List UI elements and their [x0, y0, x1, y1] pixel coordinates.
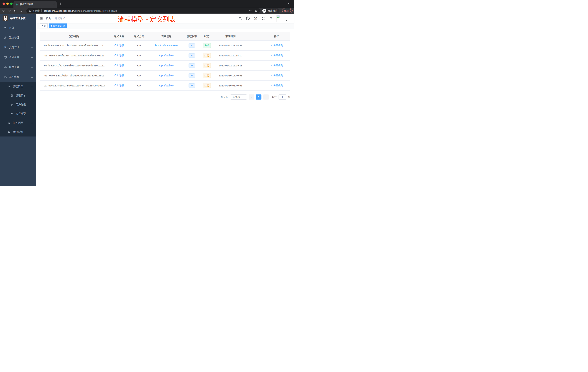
column-header-filler — [247, 32, 263, 41]
sidebar-item-process-form[interactable]: 流程表单 — [0, 91, 36, 100]
dashboard-icon — [4, 26, 7, 30]
help-icon[interactable]: ? — [254, 17, 257, 20]
sidebar-item-label: 研发工具 — [9, 66, 19, 69]
password-key-icon[interactable] — [249, 9, 252, 12]
sidebar-item-label: 流程模型 — [16, 112, 26, 115]
definition-name-link[interactable]: OA 请假 — [114, 54, 124, 57]
sidebar-collapse-icon[interactable] — [39, 17, 43, 20]
forward-icon[interactable] — [8, 9, 11, 12]
table-row: oa_leave:1:482ec033-762a-11ec-8477-a2380… — [40, 81, 290, 91]
sidebar-item-payment[interactable]: ¥ 支付管理 — [0, 43, 36, 52]
goto-unit: 页 — [288, 95, 290, 99]
table-row: oa_leave:2:3c1f0ef1-76b1-11ec-9c66-a2380… — [40, 71, 290, 81]
assign-rule-link[interactable]: 分配规则 — [270, 54, 283, 57]
deploy-time: 2022-01-22 20:34:10 — [214, 51, 247, 61]
page-number-button[interactable]: 1 — [256, 94, 262, 99]
back-icon[interactable] — [2, 9, 5, 12]
assign-rule-link[interactable]: 分配规则 — [270, 74, 283, 77]
chevron-down-icon — [31, 47, 33, 49]
page-size-select[interactable]: 10条/页 — [230, 94, 247, 99]
paper-plane-icon — [10, 112, 13, 115]
sidebar-item-infrastructure[interactable]: 基础设施 — [0, 52, 36, 62]
table-row: oa_leave:5:004b710b-7b8a-11ec-8ef0-acde4… — [40, 41, 290, 51]
home-icon[interactable] — [20, 9, 23, 12]
avatar-caret-icon[interactable] — [286, 20, 287, 21]
tab-title: 芋道管理系统 — [20, 3, 52, 6]
prev-page-button[interactable]: ‹ — [249, 94, 254, 99]
form-link[interactable]: /bpm/oa/leave/create — [155, 44, 178, 47]
github-icon[interactable] — [246, 17, 250, 20]
assign-rule-link[interactable]: 分配规则 — [270, 84, 283, 87]
url-bar[interactable]: 不安全 dashboard.yudao.iocoder.cn/bpm/manag… — [26, 8, 260, 13]
form-link[interactable]: /bpm/oa/flow — [159, 84, 173, 87]
deploy-time: 2022-01-16 17:46:53 — [214, 71, 247, 81]
sidebar-logo[interactable]: 芋道管理系统 — [0, 14, 36, 23]
window-minimize-button[interactable] — [6, 2, 9, 5]
sidebar-item-home[interactable]: 首页 — [0, 23, 36, 33]
annotation-title: 流程模型 - 定义列表 — [118, 15, 176, 24]
list-icon — [7, 85, 10, 88]
bookmark-star-icon[interactable] — [254, 9, 258, 12]
form-link[interactable]: /bpm/oa/flow — [159, 74, 173, 77]
assign-rule-link[interactable]: 分配规则 — [270, 64, 283, 67]
definition-name-link[interactable]: OA 请假 — [114, 64, 124, 67]
sidebar-item-process-model[interactable]: 流程模型 — [0, 109, 36, 118]
tab-search-chevron-icon[interactable] — [288, 2, 291, 5]
search-icon[interactable] — [238, 17, 242, 20]
tag-home[interactable]: 首页 — [40, 23, 48, 28]
sidebar-item-workflow[interactable]: 工作流程 — [0, 72, 36, 82]
fullscreen-icon[interactable] — [261, 17, 265, 20]
logo-avatar — [2, 15, 8, 21]
form-link[interactable]: /bpm/oa/flow — [159, 64, 173, 67]
user-icon — [270, 84, 273, 87]
avatar[interactable] — [277, 15, 284, 22]
goto-page-input[interactable] — [279, 94, 286, 99]
tag-close-icon[interactable] — [63, 25, 65, 27]
breadcrumb-current: 流程定义 — [55, 17, 65, 20]
window-zoom-button[interactable] — [10, 2, 12, 5]
reload-icon[interactable] — [14, 9, 17, 12]
table-row: oa_leave:4:991f2193-7b7f-11ec-a3c8-acde4… — [40, 51, 290, 61]
security-warning-icon[interactable] — [29, 10, 31, 12]
form-link[interactable]: /bpm/oa/flow — [159, 54, 173, 57]
definition-name-link[interactable]: OA 请假 — [114, 74, 124, 77]
chevron-down-icon — [31, 57, 33, 59]
sidebar-item-task-management[interactable]: 任务管理 — [0, 118, 36, 127]
new-tab-button[interactable] — [59, 2, 62, 5]
definition-name-link[interactable]: OA 请假 — [114, 84, 124, 87]
sidebar-item-leave-query[interactable]: 请假查询 — [0, 127, 36, 136]
definition-name-link[interactable]: OA 请假 — [114, 44, 124, 47]
sidebar-item-label: 首页 — [9, 26, 14, 30]
status-badge: 挂起 — [203, 53, 211, 58]
pagination-total: 共 5 条 — [221, 95, 228, 99]
tab-close-icon[interactable] — [53, 3, 55, 5]
status-badge: 挂起 — [203, 73, 211, 78]
column-header-category: 定义分类 — [129, 32, 149, 41]
browser-chrome: 芋道管理系统 — [0, 0, 294, 14]
tag-process-definition[interactable]: 流程定义 — [49, 23, 67, 28]
breadcrumb-home[interactable]: 首页 — [46, 17, 51, 20]
pagination: 共 5 条 10条/页 ‹ 1 › 前往 页 — [36, 94, 290, 99]
sidebar-item-user-group[interactable]: 用户分组 — [0, 100, 36, 109]
browser-update-button[interactable]: 更新 — [282, 8, 293, 13]
definition-category: OA — [129, 71, 149, 81]
incognito-icon — [262, 9, 266, 13]
column-header-name: 定义名称 — [109, 32, 129, 41]
column-header-status: 状态 — [200, 32, 214, 41]
font-size-icon[interactable]: tT — [269, 17, 273, 20]
assign-rule-link[interactable]: 分配规则 — [270, 44, 283, 47]
chevron-down-icon — [31, 66, 33, 69]
sidebar-item-dev-tools[interactable]: 研发工具 — [0, 62, 36, 72]
sidebar-item-label: 流程表单 — [16, 94, 26, 97]
incognito-badge: 无痕模式 — [262, 8, 279, 13]
sidebar-item-process-management[interactable]: 流程管理 — [0, 82, 36, 91]
next-page-button[interactable]: › — [263, 94, 269, 99]
definition-table: 定义编号 定义名称 定义分类 表单信息 流程版本 状态 部署时间 操作 oa_l… — [40, 32, 290, 91]
browser-tab[interactable]: 芋道管理系统 — [13, 1, 57, 8]
version-badge: v3 — [189, 63, 195, 68]
browser-menu-kebab-icon[interactable] — [290, 10, 291, 12]
sidebar-item-system[interactable]: 系统管理 — [0, 33, 36, 43]
content-area: 定义编号 定义名称 定义分类 表单信息 流程版本 状态 部署时间 操作 oa_l… — [36, 29, 294, 186]
window-close-button[interactable] — [2, 2, 5, 5]
definition-id: oa_leave:2:3c1f0ef1-76b1-11ec-9c66-a2380… — [40, 71, 109, 81]
